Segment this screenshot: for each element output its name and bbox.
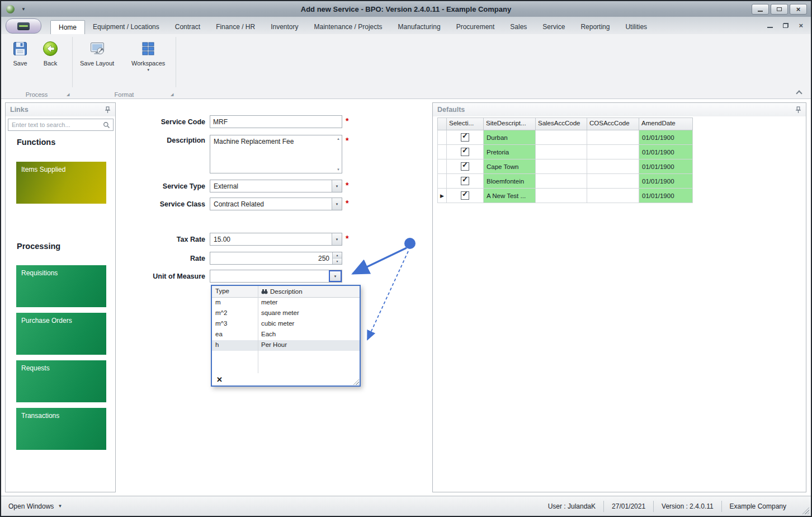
service-class-dropdown-icon[interactable]: ▼: [332, 198, 342, 210]
cos-acc-code-cell[interactable]: [587, 145, 639, 159]
tab-inventory[interactable]: Inventory: [263, 20, 306, 34]
tab-equipment-locations[interactable]: Equipment / Locations: [85, 20, 167, 34]
mdi-close-icon[interactable]: ×: [799, 22, 803, 29]
cos-acc-code-cell[interactable]: [587, 174, 639, 189]
window-resize-grip[interactable]: [801, 506, 809, 514]
selected-cell[interactable]: ✓: [447, 145, 484, 159]
uom-popup-resize-grip[interactable]: [352, 378, 359, 385]
mdi-minimize-icon[interactable]: [767, 27, 773, 28]
service-type-dropdown-icon[interactable]: ▼: [332, 180, 342, 192]
spin-down-icon[interactable]: ▼: [333, 258, 342, 264]
workspaces-button[interactable]: Workspaces ▼: [129, 39, 168, 73]
uom-row-cubic-meter[interactable]: m^3 cubic meter: [212, 319, 360, 330]
spin-up-icon[interactable]: ▲: [333, 252, 342, 258]
tax-rate-dropdown-icon[interactable]: ▼: [332, 233, 342, 245]
amend-date-cell[interactable]: 01/01/1900: [639, 189, 693, 203]
checkbox[interactable]: ✓: [461, 191, 469, 200]
format-dialog-launcher-icon[interactable]: ◢: [171, 92, 173, 97]
search-input[interactable]: [8, 121, 103, 128]
defaults-row-bloemfontein[interactable]: ✓ Bloemfontein 01/01/1900: [437, 174, 693, 189]
collapse-ribbon-icon[interactable]: [796, 90, 802, 95]
site-description-column-header[interactable]: SiteDescript...: [484, 118, 536, 130]
close-button[interactable]: ×: [790, 4, 807, 15]
uom-description-column-header[interactable]: Description: [258, 286, 360, 297]
defaults-row-a-new-test[interactable]: ▶ ✓ A New Test ... 01/01/1900: [437, 189, 693, 203]
checkbox[interactable]: ✓: [461, 148, 469, 156]
service-type-combo[interactable]: External ▼: [210, 180, 342, 192]
defaults-row-pretoria[interactable]: ✓ Pretoria 01/01/1900: [437, 145, 693, 159]
items-supplied-button[interactable]: Items Supplied: [16, 162, 106, 204]
amend-date-cell[interactable]: 01/01/1900: [639, 145, 693, 159]
scroll-up-icon[interactable]: ▲: [337, 137, 340, 140]
uom-row-each[interactable]: ea Each: [212, 330, 360, 340]
tab-home[interactable]: Home: [50, 20, 85, 34]
amend-date-cell[interactable]: 01/01/1900: [639, 130, 693, 145]
unit-of-measure-dropdown-icon[interactable]: ▼: [329, 270, 342, 282]
uom-row-square-meter[interactable]: m^2 square meter: [212, 308, 360, 319]
selected-cell[interactable]: ✓: [447, 174, 484, 189]
selected-cell[interactable]: ✓: [447, 189, 484, 203]
process-dialog-launcher-icon[interactable]: ◢: [67, 92, 69, 97]
sales-acc-code-cell[interactable]: [536, 130, 587, 145]
site-description-cell[interactable]: A New Test ...: [484, 189, 536, 203]
amend-date-cell[interactable]: 01/01/1900: [639, 174, 693, 189]
unit-of-measure-combo[interactable]: ▼: [210, 270, 342, 283]
back-button[interactable]: Back: [39, 39, 62, 68]
tab-reporting[interactable]: Reporting: [573, 20, 617, 34]
save-button[interactable]: Save: [9, 39, 31, 68]
service-class-combo[interactable]: Contract Related ▼: [210, 198, 342, 210]
description-input[interactable]: Machine Replacement Fee: [210, 135, 342, 173]
uom-row-per-hour[interactable]: h Per Hour: [212, 340, 360, 351]
checkbox[interactable]: ✓: [461, 133, 469, 142]
rate-spinner[interactable]: 250 ▲ ▼: [210, 252, 342, 265]
selected-cell[interactable]: ✓: [447, 159, 484, 174]
tax-rate-combo[interactable]: 15.00 ▼: [210, 233, 342, 246]
cos-acc-code-cell[interactable]: [587, 189, 639, 203]
minimize-button[interactable]: [752, 4, 769, 15]
sales-acc-code-cell[interactable]: [536, 145, 587, 159]
save-layout-button[interactable]: Save Layout: [77, 39, 117, 68]
tab-contract[interactable]: Contract: [167, 20, 208, 34]
amend-date-column-header[interactable]: AmendDate: [639, 118, 693, 130]
checkbox[interactable]: ✓: [461, 162, 469, 171]
pin-icon[interactable]: [105, 106, 111, 115]
purchase-orders-button[interactable]: Purchase Orders: [16, 313, 106, 355]
site-description-cell[interactable]: Pretoria: [484, 145, 536, 159]
open-windows-button[interactable]: Open Windows ▼: [8, 502, 62, 510]
requests-button[interactable]: Requests: [16, 360, 106, 402]
site-description-cell[interactable]: Bloemfontein: [484, 174, 536, 189]
uom-popup-close-icon[interactable]: ✕: [216, 376, 223, 383]
tab-service[interactable]: Service: [535, 20, 573, 34]
checkbox[interactable]: ✓: [461, 177, 469, 185]
tab-manufacturing[interactable]: Manufacturing: [390, 20, 449, 34]
tab-procurement[interactable]: Procurement: [449, 20, 503, 34]
cos-acc-code-cell[interactable]: [587, 159, 639, 174]
tab-finance-hr[interactable]: Finance / HR: [208, 20, 263, 34]
sales-acc-code-cell[interactable]: [536, 174, 587, 189]
cos-acc-code-column-header[interactable]: COSAccCode: [587, 118, 639, 130]
selected-cell[interactable]: ✓: [447, 130, 484, 145]
maximize-button[interactable]: [771, 4, 788, 15]
selected-column-header[interactable]: Selecti...: [447, 118, 484, 130]
site-description-cell[interactable]: Durban: [484, 130, 536, 145]
transactions-button[interactable]: Transactions: [16, 408, 106, 450]
sales-acc-code-column-header[interactable]: SalesAccCode: [536, 118, 587, 130]
search-icon[interactable]: [103, 121, 110, 129]
sales-acc-code-cell[interactable]: [536, 159, 587, 174]
tab-maintenance-projects[interactable]: Maintenance / Projects: [306, 20, 390, 34]
requisitions-button[interactable]: Requisitions: [16, 265, 106, 307]
mdi-restore-icon[interactable]: [783, 23, 789, 28]
tab-utilities[interactable]: Utilities: [617, 20, 655, 34]
tab-sales[interactable]: Sales: [502, 20, 535, 34]
site-description-cell[interactable]: Cape Town: [484, 159, 536, 174]
app-menu-button[interactable]: [6, 18, 41, 34]
service-code-input[interactable]: [210, 116, 342, 128]
amend-date-cell[interactable]: 01/01/1900: [639, 159, 693, 174]
defaults-row-cape-town[interactable]: ✓ Cape Town 01/01/1900: [437, 159, 693, 174]
defaults-row-durban[interactable]: ✓ Durban 01/01/1900: [437, 130, 693, 145]
cos-acc-code-cell[interactable]: [587, 130, 639, 145]
scroll-down-icon[interactable]: ▼: [337, 168, 340, 171]
uom-row-meter[interactable]: m meter: [212, 298, 360, 308]
uom-type-column-header[interactable]: Type: [212, 286, 258, 297]
pin-icon[interactable]: [795, 106, 801, 115]
